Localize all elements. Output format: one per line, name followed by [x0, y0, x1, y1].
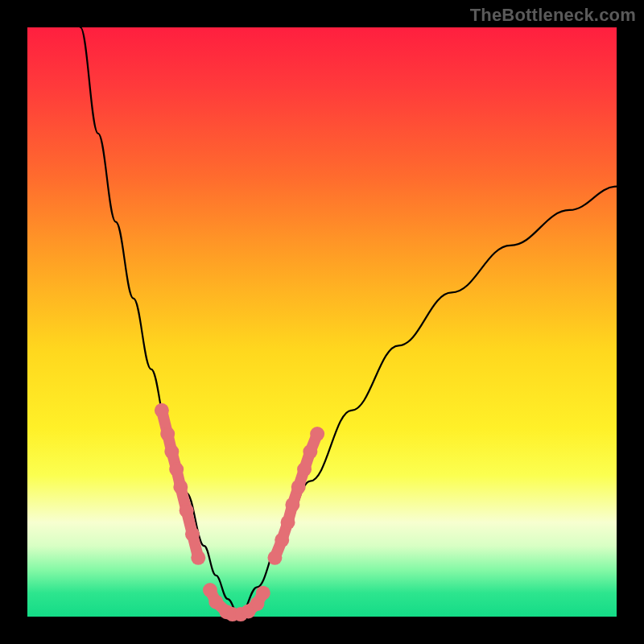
- chart-svg: [27, 27, 617, 617]
- bottleneck-curve-right: [240, 187, 617, 617]
- chart-frame: TheBottleneck.com: [0, 0, 644, 644]
- highlight-dots-layer: [155, 403, 324, 621]
- chart-plot-area: [27, 27, 617, 617]
- watermark-text: TheBottleneck.com: [470, 5, 636, 26]
- highlight-dot: [310, 427, 324, 441]
- highlight-dot: [256, 586, 270, 601]
- curve-layer: [80, 27, 617, 617]
- bottleneck-curve-left: [80, 27, 240, 617]
- highlight-dot: [191, 551, 205, 565]
